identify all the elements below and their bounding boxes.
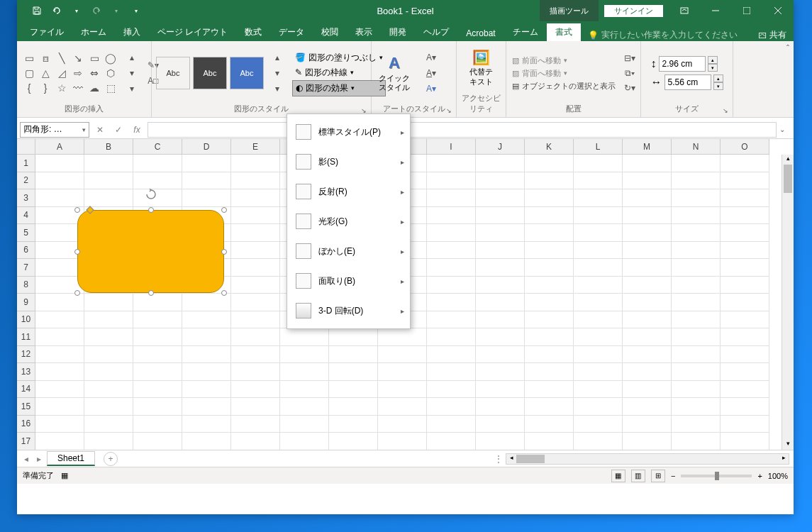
shape-right-arrow-icon[interactable]: ⇨ bbox=[70, 66, 86, 80]
cell[interactable] bbox=[133, 363, 182, 381]
sign-in-button[interactable]: サインイン bbox=[604, 5, 663, 17]
row-header[interactable]: 6 bbox=[17, 242, 35, 260]
sheet-nav-prev[interactable]: ◂ bbox=[21, 454, 31, 464]
cell[interactable] bbox=[84, 172, 133, 190]
column-header[interactable]: M bbox=[623, 139, 672, 155]
cell[interactable] bbox=[672, 259, 721, 277]
name-box[interactable]: 四角形: … ▾ bbox=[20, 122, 89, 138]
cancel-formula-icon[interactable]: ✕ bbox=[92, 122, 108, 138]
cell[interactable] bbox=[672, 433, 721, 450]
maximize-button[interactable] bbox=[731, 0, 762, 21]
cell[interactable] bbox=[427, 224, 476, 242]
shape-textbox-vert-icon[interactable]: ⧈ bbox=[38, 51, 53, 65]
cell[interactable] bbox=[182, 346, 231, 364]
horizontal-scroll-thumb[interactable] bbox=[516, 455, 545, 463]
tab-help[interactable]: ヘルプ bbox=[415, 23, 457, 41]
cell[interactable] bbox=[84, 346, 133, 364]
redo-dropdown-icon[interactable]: ▾ bbox=[109, 4, 123, 18]
cell[interactable] bbox=[476, 172, 525, 190]
cell[interactable] bbox=[476, 363, 525, 381]
cell[interactable] bbox=[574, 242, 623, 260]
cell[interactable] bbox=[35, 346, 84, 364]
handle-sw[interactable] bbox=[74, 290, 80, 296]
cell[interactable] bbox=[133, 416, 182, 433]
macro-record-icon[interactable]: ▦ bbox=[61, 471, 68, 480]
select-all-button[interactable] bbox=[17, 139, 35, 155]
shape-rect-icon[interactable]: ▭ bbox=[87, 51, 102, 65]
row-headers[interactable]: 1234567891011121314151617 bbox=[17, 155, 35, 450]
cell[interactable] bbox=[721, 416, 769, 433]
menu-soft-edges[interactable]: ぼかし(E)▸ bbox=[287, 236, 410, 266]
tab-data[interactable]: データ bbox=[270, 23, 313, 41]
cell[interactable] bbox=[378, 416, 427, 433]
style-scroll-down[interactable]: ▾ bbox=[269, 66, 285, 80]
cell[interactable] bbox=[721, 294, 769, 311]
cell[interactable] bbox=[574, 398, 623, 416]
horizontal-scrollbar[interactable]: ◂ ▸ bbox=[506, 453, 789, 465]
zoom-in-button[interactable]: + bbox=[757, 472, 762, 480]
row-header[interactable]: 13 bbox=[17, 363, 35, 381]
row-header[interactable]: 4 bbox=[17, 207, 35, 225]
cell[interactable] bbox=[182, 311, 231, 329]
cell[interactable] bbox=[84, 433, 133, 450]
minimize-button[interactable] bbox=[700, 0, 731, 21]
column-header[interactable]: D bbox=[182, 139, 231, 155]
cell[interactable] bbox=[133, 294, 182, 311]
cell[interactable] bbox=[182, 294, 231, 311]
cell[interactable] bbox=[84, 311, 133, 329]
cell[interactable] bbox=[623, 207, 672, 225]
column-header[interactable]: C bbox=[133, 139, 182, 155]
cell[interactable] bbox=[623, 155, 672, 172]
cell[interactable] bbox=[476, 294, 525, 311]
cell[interactable] bbox=[623, 416, 672, 433]
cell[interactable] bbox=[672, 416, 721, 433]
row-header[interactable]: 2 bbox=[17, 172, 35, 190]
vertical-scroll-thumb[interactable] bbox=[784, 165, 792, 193]
cell[interactable] bbox=[525, 189, 574, 207]
cell[interactable] bbox=[525, 363, 574, 381]
bring-forward-button[interactable]: ▧前面へ移動▾ bbox=[509, 55, 619, 67]
cell[interactable] bbox=[231, 155, 280, 172]
cell[interactable] bbox=[329, 346, 378, 364]
cell[interactable] bbox=[378, 328, 427, 346]
cell[interactable] bbox=[721, 346, 769, 364]
tab-page-layout[interactable]: ページ レイアウト bbox=[149, 23, 236, 41]
tab-scroll-options-icon[interactable]: ⋮ bbox=[494, 454, 503, 464]
cell[interactable] bbox=[623, 172, 672, 190]
share-button[interactable]: ⮹ 共有 bbox=[758, 29, 786, 41]
cell[interactable] bbox=[231, 242, 280, 260]
cell[interactable] bbox=[378, 433, 427, 450]
row-header[interactable]: 12 bbox=[17, 346, 35, 364]
style-gallery[interactable]: Abc Abc Abc bbox=[155, 55, 265, 91]
tab-developer[interactable]: 開発 bbox=[381, 23, 415, 41]
width-up[interactable]: ▴ bbox=[713, 74, 723, 82]
cell[interactable] bbox=[672, 277, 721, 294]
cell[interactable] bbox=[427, 207, 476, 225]
cell[interactable] bbox=[329, 381, 378, 399]
handle-n[interactable] bbox=[148, 207, 154, 213]
menu-glow[interactable]: 光彩(G)▸ bbox=[287, 206, 410, 236]
cell[interactable] bbox=[427, 259, 476, 277]
handle-se[interactable] bbox=[221, 290, 227, 296]
cell[interactable] bbox=[427, 172, 476, 190]
cell[interactable] bbox=[574, 346, 623, 364]
cell[interactable] bbox=[525, 224, 574, 242]
formula-input[interactable] bbox=[148, 122, 777, 138]
cell[interactable] bbox=[280, 433, 329, 450]
cell[interactable] bbox=[182, 381, 231, 399]
cell[interactable] bbox=[231, 416, 280, 433]
cell[interactable] bbox=[35, 381, 84, 399]
cell[interactable] bbox=[574, 433, 623, 450]
row-header[interactable]: 16 bbox=[17, 416, 35, 433]
zoom-level[interactable]: 100% bbox=[768, 472, 788, 480]
collapse-ribbon-icon[interactable]: ˆ bbox=[786, 44, 789, 54]
cell[interactable] bbox=[721, 398, 769, 416]
shape-triangle-icon[interactable]: △ bbox=[38, 66, 53, 80]
redo-icon[interactable] bbox=[89, 4, 104, 18]
cell[interactable] bbox=[623, 398, 672, 416]
cell[interactable] bbox=[476, 311, 525, 329]
menu-reflection[interactable]: 反射(R)▸ bbox=[287, 177, 410, 206]
cell[interactable] bbox=[623, 433, 672, 450]
row-header[interactable]: 15 bbox=[17, 398, 35, 416]
handle-ne[interactable] bbox=[221, 207, 227, 213]
